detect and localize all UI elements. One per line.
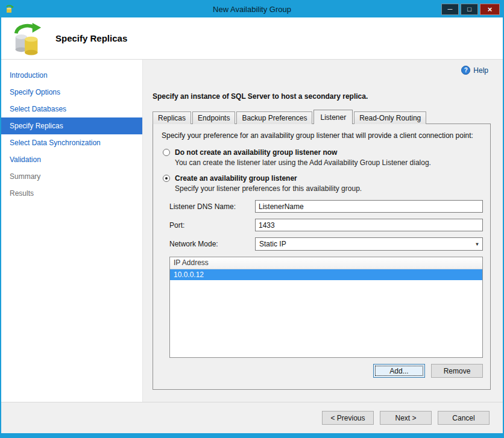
- wizard-footer: < Previous Next > Cancel: [1, 402, 503, 433]
- radio-create-listener-description: Specify your listener preferences for th…: [175, 184, 483, 193]
- new-availability-group-dialog: New Availability Group ─ □ × Specify Rep…: [0, 0, 504, 438]
- help-label: Help: [473, 66, 488, 75]
- help-link[interactable]: ? Help: [461, 66, 488, 75]
- port-label: Port:: [169, 221, 255, 230]
- ip-address-column-header: IP Address: [170, 257, 482, 269]
- sidebar-item-select-data-synchronization[interactable]: Select Data Synchronization: [1, 134, 142, 151]
- tab-endpoints[interactable]: Endpoints: [192, 111, 235, 124]
- window-controls: ─ □ ×: [441, 4, 503, 15]
- radio-no-listener[interactable]: Do not create an availability group list…: [163, 148, 483, 157]
- sidebar-item-summary: Summary: [1, 168, 142, 185]
- tab-backup-preferences[interactable]: Backup Preferences: [236, 111, 312, 124]
- radio-create-listener-circle[interactable]: [163, 175, 170, 182]
- app-icon: [5, 5, 14, 14]
- previous-button[interactable]: < Previous: [322, 411, 374, 425]
- instruction-text: Specify an instance of SQL Server to hos…: [153, 92, 491, 101]
- sidebar-item-introduction[interactable]: Introduction: [1, 67, 142, 84]
- radio-create-listener[interactable]: Create an availability group listener: [163, 174, 483, 183]
- sidebar-item-results: Results: [1, 185, 142, 202]
- network-mode-dropdown[interactable]: Static IP ▼: [255, 237, 483, 251]
- help-icon: ?: [461, 66, 470, 75]
- next-button[interactable]: Next >: [380, 411, 432, 425]
- radio-no-listener-description: You can create the listener later using …: [175, 158, 483, 167]
- ip-address-row[interactable]: 10.0.0.12: [170, 269, 482, 280]
- main-content: ? Help Specify an instance of SQL Server…: [143, 60, 503, 402]
- dns-name-label: Listener DNS Name:: [169, 202, 255, 211]
- port-input[interactable]: [255, 219, 483, 231]
- sidebar-item-validation[interactable]: Validation: [1, 151, 142, 168]
- listener-intro-text: Specify your preference for an availabil…: [162, 131, 483, 140]
- window-title: New Availability Group: [1, 5, 503, 14]
- wizard-header: Specify Replicas: [1, 17, 503, 60]
- minimize-button[interactable]: ─: [441, 4, 459, 15]
- close-icon: ×: [488, 5, 493, 13]
- cancel-button[interactable]: Cancel: [438, 411, 490, 425]
- title-bar[interactable]: New Availability Group ─ □ ×: [1, 1, 503, 17]
- replica-tabs: Replicas Endpoints Backup Preferences Li…: [153, 109, 491, 124]
- wizard-steps-sidebar: Introduction Specify Options Select Data…: [1, 60, 143, 402]
- maximize-button[interactable]: □: [461, 4, 478, 15]
- minimize-icon: ─: [448, 6, 453, 13]
- sidebar-item-select-databases[interactable]: Select Databases: [1, 101, 142, 117]
- tab-read-only-routing[interactable]: Read-Only Routing: [354, 111, 426, 124]
- close-button[interactable]: ×: [480, 4, 500, 15]
- tab-listener[interactable]: Listener: [313, 110, 353, 124]
- availability-group-icon: [11, 22, 43, 55]
- dns-name-input[interactable]: [255, 200, 483, 213]
- page-title: Specify Replicas: [55, 33, 127, 43]
- network-mode-label: Network Mode:: [169, 240, 255, 248]
- chevron-down-icon: ▼: [472, 238, 482, 250]
- maximize-icon: □: [467, 6, 471, 13]
- listener-tab-panel: Specify your preference for an availabil…: [153, 124, 491, 390]
- radio-create-listener-label: Create an availability group listener: [175, 174, 297, 183]
- radio-no-listener-label: Do not create an availability group list…: [175, 148, 337, 157]
- ip-address-list[interactable]: IP Address 10.0.0.12: [169, 257, 483, 358]
- radio-no-listener-circle[interactable]: [163, 149, 170, 156]
- sidebar-item-specify-options[interactable]: Specify Options: [1, 84, 142, 101]
- sidebar-item-specify-replicas[interactable]: Specify Replicas: [1, 117, 142, 134]
- network-mode-value: Static IP: [259, 240, 286, 248]
- remove-button[interactable]: Remove: [431, 364, 483, 378]
- add-button[interactable]: Add...: [373, 364, 425, 378]
- tab-replicas[interactable]: Replicas: [153, 111, 191, 124]
